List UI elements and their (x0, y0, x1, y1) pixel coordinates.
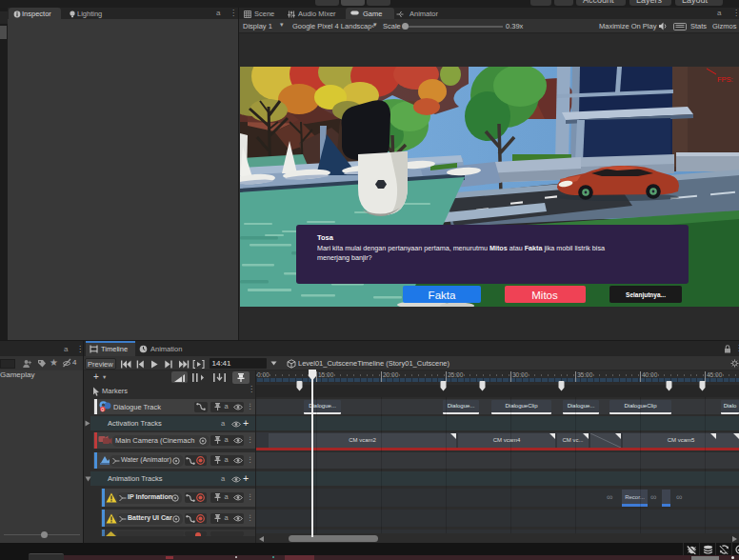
svg-text:menerjang banjir?: menerjang banjir? (317, 253, 372, 262)
svg-text:Mari kita mulai dengan pertany: Mari kita mulai dengan pertanyaan pertam… (317, 244, 605, 252)
svg-text:FPS:: FPS: (717, 75, 733, 84)
svg-text:Mitos: Mitos (531, 290, 558, 301)
svg-text:Tosa: Tosa (317, 233, 334, 242)
svg-text:0: 0 (101, 407, 104, 412)
svg-text:Selanjutnya...: Selanjutnya... (626, 291, 666, 299)
svg-text:Fakta: Fakta (429, 290, 456, 301)
